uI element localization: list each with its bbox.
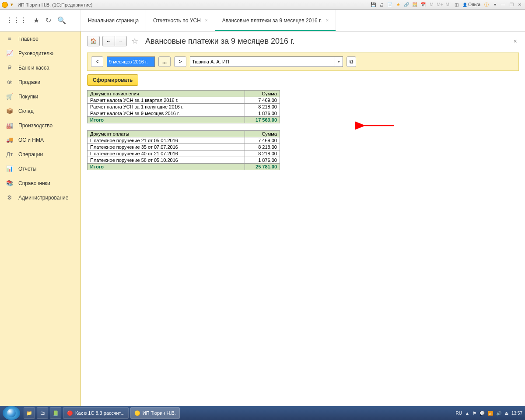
- sidebar-label: Операции: [18, 151, 43, 158]
- chevron-down-icon[interactable]: ▼: [335, 57, 343, 66]
- taskbar: 📁 🗂 📗 🔴Как в 1С 8.3 рассчит...🟡ИП Тюрин …: [0, 406, 525, 420]
- sidebar-icon: 🚚: [6, 136, 13, 143]
- back-button[interactable]: ←: [102, 36, 115, 46]
- tray-vol-icon[interactable]: 🔊: [496, 411, 501, 416]
- org-field[interactable]: Тюрина А. А. ИП ▼: [190, 56, 343, 67]
- search-icon[interactable]: 🔍: [57, 16, 66, 24]
- period-prev-button[interactable]: <: [91, 56, 103, 67]
- sidebar-item-11[interactable]: ⚙Администрирование: [0, 190, 80, 205]
- explorer-pin[interactable]: 📁: [24, 407, 35, 419]
- taskbar-item-1[interactable]: 🟡ИП Тюрин Н.В.: [130, 407, 180, 419]
- tab-close-icon[interactable]: ×: [326, 18, 329, 23]
- table-row[interactable]: Платежное поручение 58 от 05.10.20161 87…: [88, 157, 280, 164]
- tab-1[interactable]: Отчетность по УСН×: [146, 10, 215, 31]
- m-plus-btn[interactable]: M+: [436, 1, 443, 8]
- taskbar-item-icon: 🟡: [134, 410, 140, 416]
- shell: ⋮⋮⋮ ★ ↻ 🔍 Начальная страницаОтчетность п…: [0, 10, 525, 406]
- sidebar-item-3[interactable]: 🛍Продажи: [0, 75, 80, 89]
- dropdown2-icon[interactable]: ▾: [491, 1, 498, 8]
- cell-doc: Платежное поручение 35 от 07.07.2016: [88, 144, 245, 150]
- sidebar-item-1[interactable]: 📈Руководителю: [0, 46, 80, 60]
- link-icon[interactable]: 🔗: [403, 1, 410, 8]
- minimize-icon[interactable]: —: [500, 1, 507, 8]
- dropdown-icon[interactable]: ▾: [9, 2, 15, 8]
- tabs: Начальная страницаОтчетность по УСН×Аван…: [81, 10, 525, 31]
- panels-icon[interactable]: ◫: [453, 1, 460, 8]
- tab-label: Авансовые платежи за 9 месяцев 2016 г.: [222, 18, 322, 24]
- total-label: Итого: [88, 164, 245, 170]
- tab-close-icon[interactable]: ×: [205, 18, 208, 23]
- totalcmd-pin[interactable]: 🗂: [37, 407, 48, 419]
- sidebar-item-6[interactable]: 🏭Производство: [0, 118, 80, 133]
- arrow-annotation: [361, 121, 396, 132]
- sidebar-icon: 🛍: [6, 79, 13, 85]
- taskbar-item-0[interactable]: 🔴Как в 1С 8.3 рассчит...: [63, 407, 129, 419]
- period-select-button[interactable]: ...: [158, 56, 171, 67]
- param-bar: < 9 месяцев 2016 г. ... > Тюрина А. А. И…: [87, 52, 519, 71]
- forward-button[interactable]: →: [115, 36, 127, 46]
- excel-pin[interactable]: 📗: [50, 407, 61, 419]
- tray-safe-icon[interactable]: ⏏: [504, 411, 508, 416]
- col-sum: Сумма: [245, 131, 280, 137]
- table-row[interactable]: Платежное поручение 21 от 05.04.20167 46…: [88, 137, 280, 144]
- tray-action-icon[interactable]: 💬: [480, 411, 485, 416]
- apps-icon[interactable]: ⋮⋮⋮: [6, 16, 27, 24]
- period-next-button[interactable]: >: [174, 56, 186, 67]
- cell-sum: 7 469,00: [245, 137, 280, 144]
- content: 🏠 ← → ☆ Авансовые платежи за 9 месяцев 2…: [81, 32, 525, 406]
- info-icon[interactable]: ⓘ: [483, 1, 490, 8]
- table-row[interactable]: Расчет налога УСН за 1 полугодие 2016 г.…: [88, 104, 280, 110]
- print-icon[interactable]: 🖨: [378, 1, 385, 8]
- cell-doc: Платежное поручение 58 от 05.10.2016: [88, 157, 245, 164]
- history-icon[interactable]: ↻: [46, 16, 51, 24]
- sidebar-item-2[interactable]: ₽Банк и касса: [0, 60, 80, 75]
- total-sum: 25 781,00: [245, 164, 280, 170]
- maximize-icon[interactable]: ❐: [508, 1, 515, 8]
- sidebar-label: Банк и касса: [18, 65, 49, 71]
- sidebar-label: Администрирование: [18, 195, 68, 201]
- sidebar-icon: 🏭: [6, 122, 13, 129]
- tray-up-icon[interactable]: ▲: [465, 411, 469, 416]
- tab-2[interactable]: Авансовые платежи за 9 месяцев 2016 г.×: [215, 10, 336, 31]
- period-field[interactable]: 9 месяцев 2016 г.: [107, 56, 155, 67]
- table-row[interactable]: Расчет налога УСН за 1 квартал 2016 г.7 …: [88, 97, 280, 104]
- doc-icon[interactable]: 📄: [386, 1, 393, 8]
- sidebar-item-4[interactable]: 🛒Покупки: [0, 89, 80, 104]
- sidebar-item-7[interactable]: 🚚ОС и НМА: [0, 133, 80, 147]
- lang-indicator[interactable]: RU: [456, 411, 462, 416]
- star-icon[interactable]: ★: [395, 1, 402, 8]
- sidebar-item-0[interactable]: ≡Главное: [0, 32, 80, 46]
- table-row[interactable]: Расчет налога УСН за 9 месяцев 2016 г.1 …: [88, 110, 280, 117]
- favorite-icon[interactable]: ★: [33, 16, 39, 24]
- close-icon[interactable]: ✕: [516, 1, 523, 8]
- star-outline-icon[interactable]: ☆: [131, 36, 138, 46]
- body: ≡Главное📈Руководителю₽Банк и касса🛍Прода…: [0, 32, 525, 406]
- start-button[interactable]: [3, 406, 20, 420]
- sidebar-label: Справочники: [18, 180, 50, 186]
- sidebar-icon: 📚: [6, 180, 13, 186]
- sidebar-label: Склад: [18, 108, 34, 114]
- home-button[interactable]: 🏠: [87, 36, 100, 46]
- close-page-button[interactable]: ×: [512, 36, 519, 46]
- sidebar-item-5[interactable]: 📦Склад: [0, 104, 80, 118]
- save-icon[interactable]: 💾: [370, 1, 377, 8]
- m-btn[interactable]: M: [428, 1, 435, 8]
- sidebar-item-9[interactable]: 📊Отчеты: [0, 161, 80, 176]
- user-label[interactable]: Ольга: [461, 2, 482, 7]
- payment-table: Документ оплатыСуммаПлатежное поручение …: [87, 130, 280, 170]
- tray-flag-icon[interactable]: ⚑: [472, 411, 476, 416]
- table-row[interactable]: Платежное поручение 40 от 21.07.20168 21…: [88, 150, 280, 157]
- tray-net-icon[interactable]: 📶: [488, 411, 493, 416]
- generate-button[interactable]: Сформировать: [87, 74, 138, 86]
- sidebar-icon: 📊: [6, 165, 13, 172]
- clock[interactable]: 13:57: [511, 411, 522, 416]
- sidebar-item-8[interactable]: ДтОперации: [0, 147, 80, 161]
- org-open-button[interactable]: ⧉: [346, 56, 356, 67]
- table-row[interactable]: Платежное поручение 35 от 07.07.20168 21…: [88, 144, 280, 150]
- calendar-icon[interactable]: 📅: [420, 1, 427, 8]
- m-minus-btn[interactable]: M-: [444, 1, 452, 8]
- sidebar-item-10[interactable]: 📚Справочники: [0, 176, 80, 190]
- tab-0[interactable]: Начальная страница: [81, 10, 146, 31]
- calc-icon[interactable]: 🧮: [411, 1, 418, 8]
- sidebar-icon: ≡: [6, 35, 13, 42]
